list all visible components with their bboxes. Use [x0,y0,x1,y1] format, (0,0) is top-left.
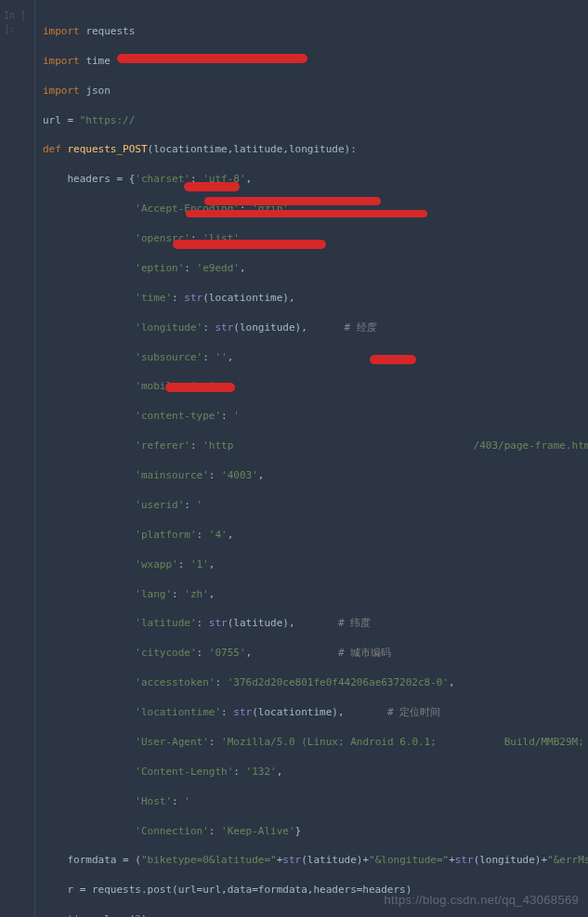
code-line: 'User-Agent': 'Mozilla/5.0 (Linux; Andro… [43,735,581,750]
code-line: 'opensrc': 'list', [43,231,581,246]
code-line: 'userid': ' [43,498,581,513]
code-line: import json [43,84,581,98]
code-line: 'Accept-Encoding': 'gzip', [43,202,581,216]
code-line: import time [43,54,581,69]
code-line: headers = {'charset': 'utf-8', [43,172,581,187]
code-line: 'subsource': '', [43,350,581,365]
code-line: 'Connection': 'Keep-Alive'} [43,824,581,839]
code-line: 'latitude': str(latitude), # 纬度 [43,616,581,631]
code-line: 'referer': 'http /403/page-frame.html', [43,439,581,453]
code-line: 'content-type': ' [43,409,581,424]
code-line: formdata = ("biketype=0&latitude="+str(l… [43,853,581,868]
code-line: 'locationtime': str(locationtime), # 定位时… [43,705,581,720]
code-line: url = "https:// [43,113,581,128]
code-line: 'accesstoken': '376d2d20ce801fe0f44206ae… [43,675,581,690]
watermark: https://blog.csdn.net/qq_43068569 [385,892,579,910]
code-line: 'Content-Length': '132', [43,765,581,779]
code-line: 'platform': '4', [43,528,581,543]
code-line: 'eption': 'e9edd', [43,261,581,276]
code-line: 'Host': ' [43,794,581,809]
code-line: 'longitude': str(longitude), # 经度 [43,321,581,335]
code-line: 'mainsource': '4003', [43,468,581,483]
code-line: 'wxapp': '1', [43,557,581,572]
code-line: 'citycode': '0755', # 城市编码 [43,646,581,661]
code-line: import requests [43,24,581,39]
code-editor[interactable]: import requests import time import json … [0,0,588,917]
code-line: 'lang': 'zh', [43,587,581,602]
code-line: 'time': str(locationtime), [43,291,581,306]
code-line: time.sleep(2) [43,912,581,917]
code-line: 'mobileno': ' [43,379,581,394]
code-line: def requests_POST(locationtime,latitude,… [43,142,581,157]
